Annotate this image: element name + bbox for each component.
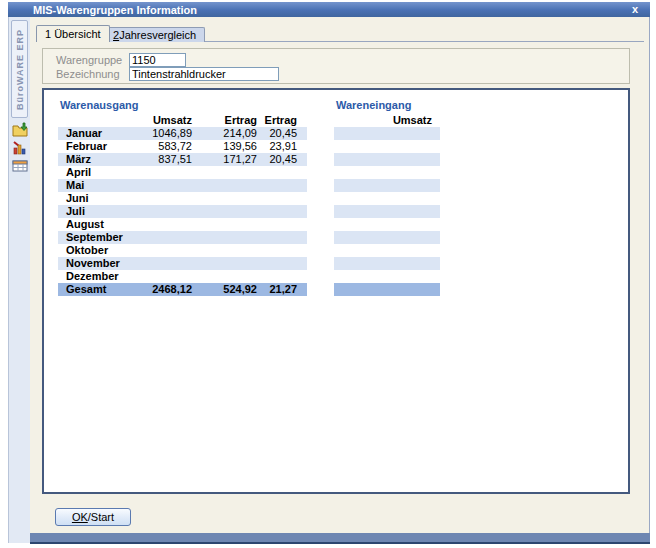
cell-total-ertrag: 524,92 [192, 283, 257, 296]
table-row [334, 140, 440, 153]
window-title: MIS-Warengruppen Information [33, 4, 197, 16]
cell-umsatz [138, 270, 192, 283]
cell-we-umsatz [334, 244, 440, 257]
cell-umsatz: 1046,89 [138, 127, 192, 140]
wareneingang-total-row [334, 283, 440, 296]
tab-uebersicht[interactable]: 1 Übersicht [36, 25, 110, 42]
cell-total-ertrag-pct: 21,27 [257, 283, 297, 296]
cell-ertrag-pct [257, 166, 297, 179]
bezeichnung-label: Bezeichnung [56, 68, 120, 80]
cell-ertrag-pct [257, 179, 297, 192]
table-row [334, 127, 440, 140]
cell-umsatz [138, 166, 192, 179]
warenausgang-total-row: Gesamt 2468,12 524,92 21,27 [58, 283, 307, 296]
bar-chart-icon[interactable] [12, 140, 28, 156]
cell-ertrag [192, 179, 257, 192]
warenausgang-header-row: Umsatz Ertrag Ertrag % [58, 114, 307, 127]
table-row [334, 153, 440, 166]
cell-ertrag-pct [257, 218, 297, 231]
cell-we-umsatz [334, 127, 440, 140]
cell-we-umsatz [334, 153, 440, 166]
cell-ertrag-pct [257, 270, 297, 283]
table-row [334, 218, 440, 231]
brand-vertical-label: BüroWARE ERP [11, 20, 28, 118]
cell-umsatz [138, 231, 192, 244]
header-ertrag-pct: Ertrag % [257, 114, 297, 127]
cell-ertrag: 214,09 [192, 127, 257, 140]
cell-we-umsatz [334, 179, 440, 192]
wareneingang-title: Wareneingang [336, 99, 411, 111]
table-row [334, 244, 440, 257]
cell-we-umsatz [334, 166, 440, 179]
cell-ertrag [192, 231, 257, 244]
header-ertrag: Ertrag [192, 114, 257, 127]
cell-ertrag [192, 218, 257, 231]
cell-we-umsatz [334, 205, 440, 218]
cell-month: Januar [58, 127, 138, 140]
cell-month: August [58, 218, 138, 231]
folder-import-icon[interactable] [12, 122, 28, 138]
cell-umsatz [138, 179, 192, 192]
cell-we-umsatz [334, 231, 440, 244]
cell-month: Juni [58, 192, 138, 205]
cell-ertrag [192, 257, 257, 270]
table-row [334, 179, 440, 192]
bezeichnung-input[interactable] [129, 67, 279, 81]
cell-month: Dezember [58, 270, 138, 283]
cell-ertrag: 171,27 [192, 153, 257, 166]
close-icon[interactable]: x [632, 2, 638, 17]
cell-month: Februar [58, 140, 138, 153]
cell-we-umsatz [334, 192, 440, 205]
cell-month: September [58, 231, 138, 244]
ok-start-mnemonic: OK [72, 511, 88, 523]
cell-total-label: Gesamt [58, 283, 138, 296]
cell-umsatz [138, 218, 192, 231]
wareneingang-rows [334, 127, 440, 283]
cell-month: März [58, 153, 138, 166]
ok-start-button[interactable]: OK/Start [55, 508, 131, 526]
table-row: Mai [58, 179, 307, 192]
table-row [334, 205, 440, 218]
cell-umsatz: 837,51 [138, 153, 192, 166]
cell-ertrag-pct [257, 244, 297, 257]
cell-ertrag: 139,56 [192, 140, 257, 153]
cell-we-umsatz [334, 270, 440, 283]
cell-umsatz [138, 257, 192, 270]
tab-uebersicht-label: 1 Übersicht [45, 28, 101, 40]
warengruppe-input[interactable] [129, 53, 186, 67]
cell-ertrag-pct: 20,45 [257, 153, 297, 166]
table-row: Oktober [58, 244, 307, 257]
cell-ertrag-pct [257, 192, 297, 205]
cell-ertrag-pct: 23,91 [257, 140, 297, 153]
table-row: August [58, 218, 307, 231]
header-form-group: Warengruppe Bezeichnung [42, 48, 630, 84]
mis-warengruppen-window: MIS-Warengruppen Information x BüroWARE … [0, 0, 656, 548]
cell-we-umsatz [334, 257, 440, 270]
tab-jahresvergleich[interactable]: 2 Jahresvergleich [104, 27, 205, 42]
cell-ertrag [192, 205, 257, 218]
table-row [334, 192, 440, 205]
cell-month: Oktober [58, 244, 138, 257]
wareneingang-header-row: Umsatz [334, 114, 440, 127]
cell-ertrag [192, 270, 257, 283]
tab-jahresvergleich-label: Jahresvergleich [119, 29, 196, 41]
cell-umsatz: 583,72 [138, 140, 192, 153]
table-row: September [58, 231, 307, 244]
titlebar[interactable]: MIS-Warengruppen Information x [8, 2, 650, 17]
table-row: Februar583,72139,5623,91 [58, 140, 307, 153]
sidebar: BüroWARE ERP [8, 17, 30, 543]
table-row: Januar1046,89214,0920,45 [58, 127, 307, 140]
table-grid-icon[interactable] [12, 158, 28, 174]
header-umsatz: Umsatz [138, 114, 192, 127]
cell-ertrag [192, 192, 257, 205]
cell-ertrag-pct [257, 231, 297, 244]
header-we-umsatz: Umsatz [334, 114, 440, 127]
table-row [334, 270, 440, 283]
table-row: Juli [58, 205, 307, 218]
cell-umsatz [138, 244, 192, 257]
cell-umsatz [138, 205, 192, 218]
cell-month: Juli [58, 205, 138, 218]
cell-total-we-umsatz [334, 283, 440, 296]
cell-ertrag [192, 244, 257, 257]
warengruppe-label: Warengruppe [56, 54, 122, 66]
